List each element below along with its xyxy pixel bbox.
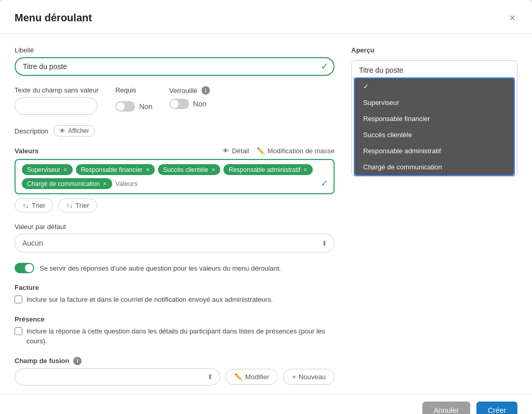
- dropdown-option-responsable-financier[interactable]: Responsable financier: [355, 111, 514, 127]
- dropdown-option-charge-communication[interactable]: Chargé de communication: [355, 159, 514, 175]
- valeurs-section: Valeurs 👁 Détail ✏️ Modification de mass…: [15, 147, 335, 212]
- trier-button-1[interactable]: ↑↓ Trier: [15, 198, 53, 212]
- apercu-box: Titre du poste Superviseur Responsable f…: [351, 60, 517, 177]
- valeurs-actions: 👁 Détail ✏️ Modification de masse: [222, 147, 335, 155]
- edit-icon-masse: ✏️: [257, 147, 265, 155]
- left-panel: Libellé ✓ Texte du champ sans valeur Req…: [15, 46, 335, 385]
- presence-checkbox[interactable]: [15, 327, 22, 335]
- texte-input[interactable]: [15, 97, 98, 115]
- dropdown-options: Superviseur Responsable financier Succès…: [355, 78, 514, 175]
- annuler-button[interactable]: Annuler: [422, 402, 470, 415]
- tag-succes-clientele: Succès clientèle ×: [158, 164, 220, 175]
- apercu-title: Aperçu: [351, 46, 517, 54]
- servir-reponses-label: Se servir des réponses d'une autre quest…: [39, 264, 281, 272]
- valeur-defaut-label: Valeur par défaut: [15, 223, 335, 231]
- valeurs-header: Valeurs 👁 Détail ✏️ Modification de mass…: [15, 147, 335, 155]
- servir-reponses-toggle[interactable]: [15, 263, 34, 273]
- valeurs-input-box[interactable]: Superviseur × Responsable financier × Su…: [15, 159, 335, 194]
- tag-x-succes-clientele[interactable]: ×: [211, 166, 216, 173]
- afficher-label: Afficher: [68, 127, 89, 135]
- requis-toggle-row: Non: [115, 101, 153, 112]
- modal-header: Menu déroulant ×: [0, 0, 532, 34]
- valeurs-title: Valeurs: [15, 147, 38, 155]
- apercu-field-label: Titre du poste: [352, 61, 517, 77]
- trier-button-2[interactable]: ↑↓ Trier: [58, 198, 97, 212]
- valeur-defaut-group: Valeur par défaut Aucun Superviseur Resp…: [15, 223, 335, 252]
- requis-group: Requis Non: [115, 86, 153, 112]
- tag-superviseur: Superviseur ×: [22, 164, 73, 175]
- close-button[interactable]: ×: [507, 10, 517, 25]
- libelle-field-group: Libellé ✓: [15, 46, 335, 76]
- modal-container: Menu déroulant × Libellé ✓ Texte du cham…: [0, 0, 532, 414]
- nouveau-button[interactable]: + Nouveau: [283, 369, 335, 385]
- verrouille-toggle-row: Non: [169, 99, 210, 109]
- valeurs-text-input[interactable]: [115, 180, 203, 188]
- verrouille-label: Verrouillé: [169, 87, 197, 95]
- valeurs-check-icon: ✓: [321, 178, 328, 189]
- champ-fusion-title: Champ de fusion: [15, 357, 69, 365]
- servir-reponses-row: Se servir des réponses d'une autre quest…: [15, 263, 335, 273]
- tag-x-responsable-admin[interactable]: ×: [303, 166, 308, 173]
- facture-section: Facture Inclure sur la facture et dans l…: [15, 284, 335, 305]
- fusion-select[interactable]: [15, 368, 220, 385]
- requis-toggle[interactable]: [115, 101, 135, 112]
- presence-title: Présence: [15, 315, 335, 323]
- verrouille-info-icon[interactable]: i: [202, 86, 210, 95]
- valeur-defaut-select[interactable]: Aucun Superviseur Responsable financier …: [15, 234, 335, 252]
- texte-requis-row: Texte du champ sans valeur Requis Non: [15, 86, 335, 115]
- dropdown-option-responsable-admin[interactable]: Responsable administratif: [355, 143, 514, 159]
- facture-checkbox-row: Inclure sur la facture et dans le courri…: [15, 295, 335, 305]
- requis-toggle-label: Non: [139, 102, 153, 111]
- modification-masse-button[interactable]: ✏️ Modification de masse: [257, 147, 335, 155]
- trier-row: ↑↓ Trier ↑↓ Trier: [15, 198, 335, 212]
- dropdown-option-empty[interactable]: [355, 78, 514, 95]
- dropdown-preview: Superviseur Responsable financier Succès…: [354, 77, 515, 176]
- presence-section: Présence Inclure la réponse à cette ques…: [15, 315, 335, 346]
- libelle-input-wrapper: ✓: [15, 57, 335, 76]
- tag-responsable-admin: Responsable administratif ×: [223, 164, 313, 175]
- champ-fusion-info-icon[interactable]: i: [73, 357, 82, 365]
- verrouille-group: Verrouillé i Non: [169, 86, 210, 109]
- detail-button[interactable]: 👁 Détail: [222, 147, 249, 155]
- tag-charge-communication: Chargé de communication ×: [22, 178, 112, 189]
- verrouille-toggle-label: Non: [193, 100, 207, 108]
- modal-title: Menu déroulant: [15, 12, 92, 24]
- eye-icon: 👁: [59, 127, 65, 135]
- libelle-label: Libellé: [15, 46, 335, 54]
- description-row: Description 👁 Afficher: [15, 125, 335, 137]
- libelle-input[interactable]: [15, 57, 335, 76]
- plus-icon-nouveau: +: [292, 373, 296, 381]
- modal-body: Libellé ✓ Texte du champ sans valeur Req…: [0, 34, 532, 394]
- modal-footer: Annuler Créer: [0, 394, 532, 415]
- right-panel: Aperçu Titre du poste Superviseur Respon…: [351, 46, 517, 385]
- facture-title: Facture: [15, 284, 335, 291]
- presence-checkbox-row: Inclure la réponse à cette question dans…: [15, 326, 335, 346]
- eye-icon-detail: 👁: [222, 147, 229, 155]
- champ-fusion-section: Champ de fusion i ✏️ Modifier +: [15, 357, 335, 385]
- facture-checkbox[interactable]: [15, 296, 22, 303]
- sort-icon-2: ↑↓: [66, 202, 73, 209]
- sort-icon-1: ↑↓: [22, 202, 29, 209]
- tag-x-responsable-financier[interactable]: ×: [145, 166, 150, 173]
- description-label: Description: [15, 127, 48, 135]
- tag-x-superviseur[interactable]: ×: [63, 166, 68, 173]
- dropdown-option-superviseur[interactable]: Superviseur: [355, 95, 514, 111]
- presence-checkbox-label: Inclure la réponse à cette question dans…: [26, 326, 335, 346]
- texte-label: Texte du champ sans valeur: [15, 86, 99, 94]
- creer-button[interactable]: Créer: [476, 402, 517, 415]
- verrouille-toggle[interactable]: [169, 99, 189, 109]
- requis-label: Requis: [115, 86, 153, 94]
- edit-icon-modifier: ✏️: [234, 373, 243, 381]
- fusion-select-wrapper: [15, 368, 220, 385]
- dropdown-option-succes-clientele[interactable]: Succès clientèle: [355, 127, 514, 143]
- fusion-row: ✏️ Modifier + Nouveau: [15, 368, 335, 385]
- afficher-button[interactable]: 👁 Afficher: [54, 125, 95, 137]
- texte-field-group: Texte du champ sans valeur: [15, 86, 99, 115]
- tag-responsable-financier: Responsable financier ×: [76, 164, 155, 175]
- tag-x-charge-communication[interactable]: ×: [103, 180, 107, 188]
- valeur-defaut-select-wrapper: Aucun Superviseur Responsable financier …: [15, 234, 335, 252]
- facture-checkbox-label: Inclure sur la facture et dans le courri…: [26, 295, 273, 305]
- modifier-button[interactable]: ✏️ Modifier: [225, 369, 278, 385]
